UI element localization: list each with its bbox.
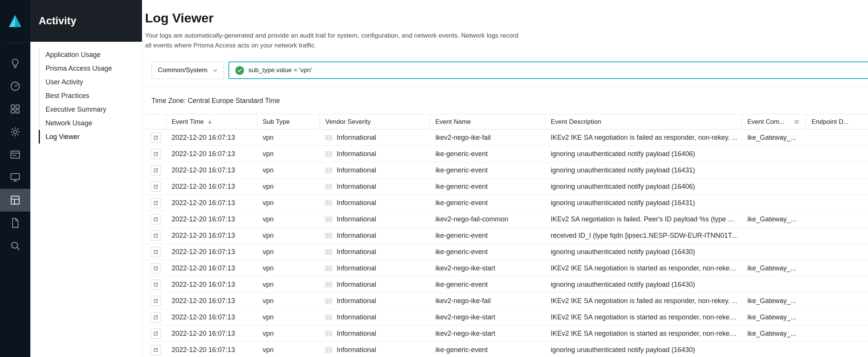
event-name-cell: ikev2-nego-ike-fail — [430, 134, 545, 142]
col-event-name[interactable]: Event Name — [430, 114, 545, 129]
severity-bars-icon — [325, 265, 332, 271]
severity-bars-icon — [325, 298, 332, 304]
event-time-cell: 2022-12-20 16:07:13 — [166, 264, 257, 272]
open-log-detail-icon[interactable] — [151, 345, 161, 355]
sidebar-item-log-viewer[interactable]: Log Viewer — [39, 130, 142, 144]
table-row[interactable]: 2022-12-20 16:07:13 vpn Informational ik… — [145, 276, 868, 293]
table-row[interactable]: 2022-12-20 16:07:13 vpn Informational ik… — [145, 227, 868, 244]
sub-type-cell: vpn — [257, 199, 320, 207]
event-time-cell: 2022-12-20 16:07:13 — [166, 297, 257, 305]
open-log-detail-icon[interactable] — [151, 214, 161, 224]
row-actions-cell — [145, 329, 166, 339]
prisma-logo[interactable] — [0, 0, 30, 43]
table-row[interactable]: 2022-12-20 16:07:13 vpn Informational ik… — [145, 309, 868, 325]
sidebar-item-label: Prisma Access Usage — [46, 65, 112, 72]
sidebar-header: Activity — [30, 0, 142, 42]
query-filter-value: sub_type.value = 'vpn' — [248, 66, 312, 74]
sidebar-item-label: Executive Summary — [46, 106, 106, 113]
col-label: Event Name — [435, 118, 471, 126]
col-endpoint[interactable]: Endpoint D... — [806, 114, 868, 129]
sidebar: Activity Application Usage Prisma Access… — [30, 0, 142, 357]
sidebar-title: Activity — [39, 15, 76, 27]
sidebar-item-prisma-access-usage[interactable]: Prisma Access Usage — [39, 62, 142, 75]
open-log-detail-icon[interactable] — [151, 329, 161, 339]
event-time-cell: 2022-12-20 16:07:13 — [166, 150, 257, 158]
col-label: Event Time — [172, 118, 204, 126]
severity-label: Informational — [337, 150, 376, 158]
open-log-detail-icon[interactable] — [151, 280, 161, 290]
table-row[interactable]: 2022-12-20 16:07:13 vpn Informational ik… — [145, 211, 868, 227]
open-log-detail-icon[interactable] — [151, 133, 161, 143]
severity-label: Informational — [337, 248, 376, 256]
sub-type-cell: vpn — [257, 264, 320, 272]
sidebar-item-user-activity[interactable]: User Activity — [39, 75, 142, 89]
monitor-icon[interactable] — [0, 166, 30, 189]
table-row[interactable]: 2022-12-20 16:07:13 vpn Informational ik… — [145, 244, 868, 260]
open-log-detail-icon[interactable] — [151, 182, 161, 192]
row-actions-cell — [145, 263, 166, 273]
open-log-detail-icon[interactable] — [151, 231, 161, 241]
event-name-cell: ikev2-nego-fail-common — [430, 215, 545, 223]
col-event-com[interactable]: Event Com... — [742, 114, 806, 129]
column-menu-icon[interactable] — [794, 119, 800, 125]
open-log-detail-icon[interactable] — [151, 263, 161, 273]
col-sub-type[interactable]: Sub Type — [257, 114, 320, 129]
vendor-severity-cell: Informational — [320, 134, 430, 142]
open-log-detail-icon[interactable] — [151, 165, 161, 175]
open-log-detail-icon[interactable] — [151, 312, 161, 322]
sidebar-item-application-usage[interactable]: Application Usage — [39, 48, 142, 62]
main-content: Log Viewer Your logs are automatically-g… — [142, 0, 868, 357]
vendor-severity-cell: Informational — [320, 346, 430, 354]
list-panel-icon[interactable] — [0, 143, 30, 166]
table-row[interactable]: 2022-12-20 16:07:13 vpn Informational ik… — [145, 130, 868, 146]
open-log-detail-icon[interactable] — [151, 198, 161, 208]
sidebar-item-label: Network Usage — [46, 119, 92, 127]
row-actions-cell — [145, 133, 166, 143]
sidebar-item-label: User Activity — [46, 78, 83, 86]
apps-icon[interactable] — [0, 98, 30, 120]
dashboard-grid-icon[interactable] — [0, 189, 30, 212]
gauge-icon[interactable] — [0, 75, 30, 98]
table-row[interactable]: 2022-12-20 16:07:13 vpn Informational ik… — [145, 260, 868, 276]
event-description-cell: IKEv2 IKE SA negotiation is failed as re… — [545, 297, 742, 305]
severity-label: Informational — [337, 281, 376, 289]
severity-label: Informational — [337, 199, 376, 207]
table-row[interactable]: 2022-12-20 16:07:13 vpn Informational ik… — [145, 293, 868, 309]
search-icon[interactable] — [0, 234, 30, 257]
table-row[interactable]: 2022-12-20 16:07:13 vpn Informational ik… — [145, 325, 868, 342]
event-time-cell: 2022-12-20 16:07:13 — [166, 232, 257, 240]
sub-type-cell: vpn — [257, 166, 320, 174]
sidebar-item-best-practices[interactable]: Best Practices — [39, 89, 142, 103]
table-body: 2022-12-20 16:07:13 vpn Informational ik… — [145, 130, 868, 357]
lightbulb-icon[interactable] — [0, 52, 30, 75]
event-description-cell: ignoring unauthenticated notify payload … — [545, 183, 742, 191]
event-name-cell: ike-generic-event — [430, 281, 545, 289]
col-event-description[interactable]: Event Description — [545, 114, 742, 129]
table-row[interactable]: 2022-12-20 16:07:13 vpn Informational ik… — [145, 342, 868, 357]
event-description-cell: ignoring unauthenticated notify payload … — [545, 166, 742, 174]
row-actions-cell — [145, 182, 166, 192]
table-row[interactable]: 2022-12-20 16:07:13 vpn Informational ik… — [145, 146, 868, 162]
sidebar-item-network-usage[interactable]: Network Usage — [39, 116, 142, 130]
sidebar-item-label: Best Practices — [46, 92, 89, 100]
event-description-cell: received ID_I (type fqdn [ipsec1.NESP-SD… — [545, 232, 742, 240]
gear-icon[interactable] — [0, 120, 30, 143]
event-name-cell: ikev2-nego-ike-start — [430, 330, 545, 338]
query-filter-input[interactable]: sub_type.value = 'vpn' — [228, 62, 868, 79]
open-log-detail-icon[interactable] — [151, 247, 161, 257]
col-vendor-severity[interactable]: Vendor Severity — [320, 114, 430, 129]
event-name-cell: ike-generic-event — [430, 346, 545, 354]
table-row[interactable]: 2022-12-20 16:07:13 vpn Informational ik… — [145, 178, 868, 195]
open-log-detail-icon[interactable] — [151, 149, 161, 159]
log-type-select[interactable]: Common/System — [151, 62, 224, 79]
table-row[interactable]: 2022-12-20 16:07:13 vpn Informational ik… — [145, 195, 868, 211]
open-log-detail-icon[interactable] — [151, 296, 161, 306]
vendor-severity-cell: Informational — [320, 199, 430, 207]
sub-type-cell: vpn — [257, 313, 320, 321]
sidebar-item-executive-summary[interactable]: Executive Summary — [39, 103, 142, 116]
col-event-time[interactable]: Event Time — [166, 114, 257, 129]
row-actions-cell — [145, 345, 166, 355]
document-icon[interactable] — [0, 212, 30, 234]
severity-label: Informational — [337, 166, 376, 174]
table-row[interactable]: 2022-12-20 16:07:13 vpn Informational ik… — [145, 162, 868, 178]
